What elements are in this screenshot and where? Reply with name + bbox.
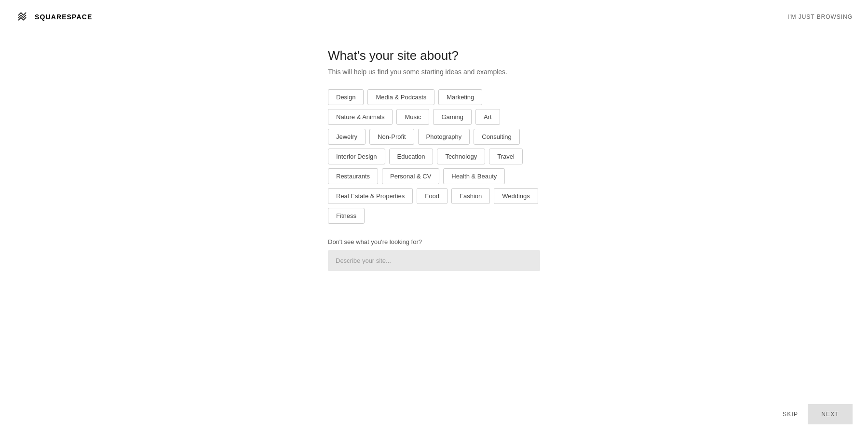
header: SQUARESPACE I'M JUST BROWSING xyxy=(0,0,868,34)
tag-art[interactable]: Art xyxy=(475,109,500,125)
tag-health-beauty[interactable]: Health & Beauty xyxy=(443,168,505,184)
logo[interactable]: SQUARESPACE xyxy=(15,9,92,25)
tag-music[interactable]: Music xyxy=(396,109,429,125)
page-title: What's your site about? xyxy=(328,48,540,63)
tag-fashion[interactable]: Fashion xyxy=(451,188,490,204)
tag-gaming[interactable]: Gaming xyxy=(433,109,472,125)
next-button[interactable]: NEXT xyxy=(808,404,853,424)
tag-photography[interactable]: Photography xyxy=(418,129,470,145)
tag-consulting[interactable]: Consulting xyxy=(474,129,519,145)
tag-food[interactable]: Food xyxy=(417,188,448,204)
tag-non-profit[interactable]: Non-Profit xyxy=(369,129,414,145)
tag-design[interactable]: Design xyxy=(328,89,364,105)
tag-media-podcasts[interactable]: Media & Podcasts xyxy=(367,89,434,105)
tags-container: DesignMedia & PodcastsMarketingNature & … xyxy=(328,89,540,224)
browsing-link[interactable]: I'M JUST BROWSING xyxy=(787,14,853,20)
tag-interior-design[interactable]: Interior Design xyxy=(328,149,385,164)
tag-technology[interactable]: Technology xyxy=(437,149,485,164)
tag-jewelry[interactable]: Jewelry xyxy=(328,129,366,145)
describe-input[interactable] xyxy=(328,250,540,271)
squarespace-logo-icon xyxy=(15,9,30,25)
tag-fitness[interactable]: Fitness xyxy=(328,208,365,224)
content-area: What's your site about? This will help u… xyxy=(328,48,540,271)
tag-marketing[interactable]: Marketing xyxy=(438,89,482,105)
describe-label: Don't see what you're looking for? xyxy=(328,238,540,245)
footer: SKIP NEXT xyxy=(0,394,868,434)
skip-button[interactable]: SKIP xyxy=(773,404,808,424)
tag-education[interactable]: Education xyxy=(389,149,434,164)
tag-weddings[interactable]: Weddings xyxy=(494,188,538,204)
tag-nature-animals[interactable]: Nature & Animals xyxy=(328,109,393,125)
tag-real-estate[interactable]: Real Estate & Properties xyxy=(328,188,413,204)
page-subtitle: This will help us find you some starting… xyxy=(328,68,540,76)
tag-restaurants[interactable]: Restaurants xyxy=(328,168,378,184)
logo-text: SQUARESPACE xyxy=(35,13,92,21)
tag-personal-cv[interactable]: Personal & CV xyxy=(382,168,439,184)
describe-section: Don't see what you're looking for? xyxy=(328,238,540,271)
main-content: What's your site about? This will help u… xyxy=(0,0,868,319)
tag-travel[interactable]: Travel xyxy=(489,149,523,164)
